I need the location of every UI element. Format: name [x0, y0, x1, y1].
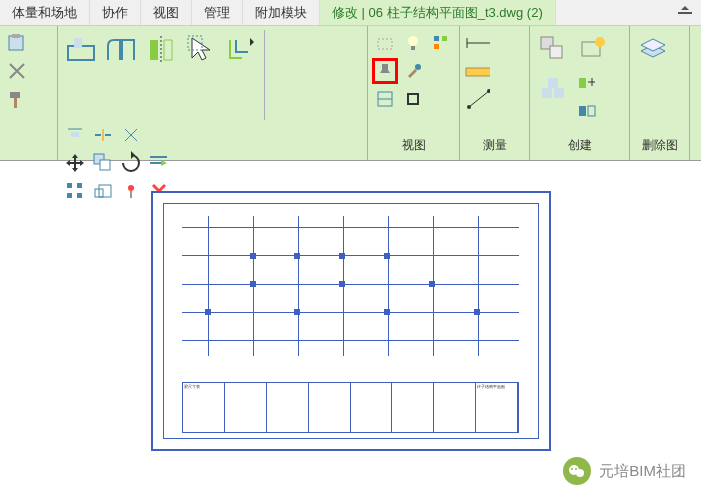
- svg-rect-15: [100, 160, 110, 170]
- svg-rect-0: [678, 12, 692, 14]
- svg-rect-26: [378, 39, 392, 49]
- svg-rect-39: [466, 68, 490, 76]
- join-icon[interactable]: [102, 30, 140, 68]
- pin-highlighted-icon[interactable]: [372, 58, 398, 84]
- cad-drawing-frame: 梁尺寸表 柱子结构平面图: [151, 191, 551, 451]
- tab-manage[interactable]: 管理: [192, 0, 243, 25]
- tab-collaborate[interactable]: 协作: [90, 0, 141, 25]
- family-icon[interactable]: [574, 70, 600, 96]
- measure-icon[interactable]: [464, 86, 490, 112]
- svg-rect-31: [434, 44, 439, 49]
- svg-point-24: [128, 185, 134, 191]
- select-arrow-icon[interactable]: [182, 30, 220, 68]
- panel-view: 锁 视图: [368, 26, 460, 160]
- svg-rect-35: [408, 94, 418, 104]
- svg-point-32: [415, 64, 421, 70]
- titleblock: 梁尺寸表 柱子结构平面图: [182, 382, 519, 433]
- svg-rect-44: [550, 46, 562, 58]
- tab-view[interactable]: 视图: [141, 0, 192, 25]
- cut-profile-icon[interactable]: [62, 30, 100, 68]
- svg-rect-52: [588, 106, 595, 116]
- hide-icon[interactable]: [372, 30, 398, 56]
- svg-line-40: [469, 91, 489, 107]
- view-range-icon[interactable]: [372, 86, 398, 112]
- match-icon[interactable]: [4, 58, 30, 84]
- svg-rect-23: [99, 185, 111, 197]
- panel-measure-label: 测量: [464, 135, 525, 156]
- svg-rect-5: [68, 46, 94, 60]
- panel-create: 创建: [530, 26, 630, 160]
- svg-rect-29: [434, 36, 439, 41]
- panel-clipboard: [0, 26, 58, 160]
- panel-view-label: 视图: [372, 135, 455, 156]
- svg-point-27: [408, 36, 418, 46]
- crop-icon[interactable]: [400, 86, 426, 112]
- scale-icon[interactable]: [90, 178, 116, 204]
- copy-icon[interactable]: [90, 150, 116, 176]
- array-icon[interactable]: [62, 178, 88, 204]
- split-icon[interactable]: [90, 122, 116, 148]
- svg-rect-21: [77, 193, 82, 198]
- svg-rect-51: [579, 106, 586, 116]
- svg-rect-6: [74, 38, 82, 48]
- svg-rect-4: [14, 98, 17, 108]
- paint-icon[interactable]: [400, 58, 426, 84]
- svg-point-54: [576, 469, 584, 477]
- panel-create-label: 创建: [534, 135, 625, 156]
- drawing-border: 梁尺寸表 柱子结构平面图: [163, 203, 539, 439]
- rotate-icon[interactable]: [118, 150, 144, 176]
- panel-modify: 修改: [58, 26, 368, 160]
- svg-rect-48: [554, 88, 564, 98]
- type-icon[interactable]: [574, 98, 600, 124]
- extend-icon[interactable]: [146, 150, 172, 176]
- svg-rect-2: [12, 34, 20, 38]
- panel-measure: 测量: [460, 26, 530, 160]
- svg-point-41: [467, 105, 471, 109]
- svg-rect-20: [77, 183, 82, 188]
- svg-rect-19: [67, 193, 72, 198]
- create-similar-icon[interactable]: [574, 30, 612, 68]
- filter-icon[interactable]: [428, 30, 454, 56]
- svg-point-56: [575, 468, 577, 470]
- title-cell: 柱子结构平面图: [476, 383, 518, 432]
- svg-rect-18: [67, 183, 72, 188]
- delete-layers-icon[interactable]: [634, 30, 672, 68]
- panel-label: [4, 152, 53, 156]
- paste-icon[interactable]: [4, 30, 30, 56]
- bulb-icon[interactable]: [400, 30, 426, 56]
- schedule-cell: 梁尺寸表: [183, 383, 225, 432]
- panel-delete-label: 删除图: [634, 135, 685, 156]
- svg-rect-50: [579, 78, 586, 88]
- ribbon-tabs: 体量和场地 协作 视图 管理 附加模块 修改 | 06 柱子结构平面图_t3.d…: [0, 0, 701, 26]
- svg-rect-1: [9, 36, 23, 50]
- tab-mass-site[interactable]: 体量和场地: [0, 0, 90, 25]
- svg-rect-10: [71, 132, 79, 137]
- svg-rect-28: [411, 46, 415, 50]
- svg-point-55: [571, 468, 573, 470]
- hammer-icon[interactable]: [4, 86, 30, 112]
- watermark-text: 元培BIM社团: [599, 462, 686, 481]
- tab-modify-active[interactable]: 修改 | 06 柱子结构平面图_t3.dwg (2): [320, 0, 556, 25]
- ruler-icon[interactable]: [464, 58, 490, 84]
- tab-addins[interactable]: 附加模块: [243, 0, 320, 25]
- svg-rect-47: [542, 88, 552, 98]
- pin-icon[interactable]: [118, 178, 144, 204]
- svg-rect-30: [442, 36, 447, 41]
- offset-icon[interactable]: [222, 30, 260, 68]
- mirror-icon[interactable]: [142, 30, 180, 68]
- wechat-icon: [563, 457, 591, 485]
- create-group-icon[interactable]: [534, 30, 572, 68]
- svg-rect-3: [10, 92, 20, 98]
- align-icon[interactable]: [62, 122, 88, 148]
- ribbon-minimize-icon[interactable]: [669, 0, 701, 25]
- panel-delete: 删除图: [630, 26, 690, 160]
- svg-point-46: [595, 37, 605, 47]
- trim-icon[interactable]: [118, 122, 144, 148]
- assembly-icon[interactable]: [534, 70, 572, 108]
- dimension-icon[interactable]: [464, 30, 490, 56]
- svg-rect-49: [548, 78, 558, 88]
- ribbon: 修改 锁 视图: [0, 26, 701, 161]
- watermark: 元培BIM社团: [563, 457, 686, 485]
- move-icon[interactable]: [62, 150, 88, 176]
